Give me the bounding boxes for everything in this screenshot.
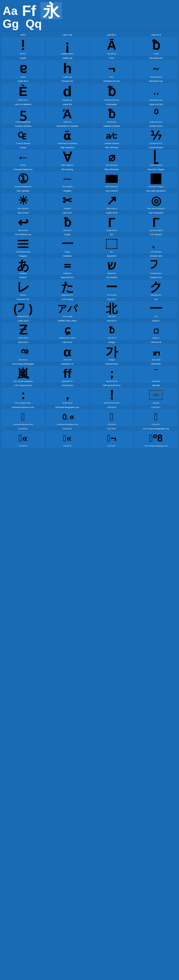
- label-jamo-ext-b: Jamo Ext B: [134, 340, 178, 344]
- char-grid-row13: Ƶ Cyrillic Ext B ɕ Modifier Tone Letters…: [0, 322, 179, 340]
- section-labels-10: Hiragana Katakana Bopomofo Compat Jamo: [0, 254, 179, 258]
- char-glyph: ƀ: [108, 84, 116, 99]
- char-glyph: OBJ: [149, 388, 163, 401]
- char-glyph: !: [21, 38, 25, 52]
- label-latin-ext-c: Latin Ext C: [45, 211, 90, 215]
- char-cell-wave: ～ Diacriticals Ext: [134, 60, 178, 80]
- label-arme: Arme: [90, 57, 134, 60]
- char-glyph: ɐ: [19, 61, 27, 76]
- label-cjk-ext-e: CJK Ext E: [45, 427, 90, 430]
- label-katakana-ext: Katakana Ext: [134, 276, 178, 279]
- char-cell-ext-c: 𪜀 CJK Ext C: [134, 409, 178, 427]
- char-label: Block Elements: [105, 186, 118, 188]
- label-punctuation: Punctuation: [90, 103, 134, 106]
- section-labels-13: Cyrillic Ext B Modifier Tone Letters Lat…: [0, 319, 179, 322]
- label-enclosed-alphanum-sup: Enclosed Alphanum Sup: [1, 406, 45, 409]
- char-cell-kayah: ꤀ Kayah Li: [134, 322, 178, 340]
- char-glyph: ＝: [62, 259, 73, 272]
- label-cjk-strokes: CJK Strokes: [90, 276, 134, 279]
- char-cell-latin-d: ƀ Latin Ext D: [90, 322, 134, 340]
- char-glyph: ¡: [65, 38, 70, 52]
- char-glyph: ；: [106, 367, 117, 380]
- label-sup-arrows-b: Sup Arrows B: [90, 189, 134, 192]
- char-cell-alpha-diacritic: α̈ Diacriticals For Symbols: [45, 128, 90, 146]
- char-glyph: 𠄀: [21, 410, 25, 423]
- char-label: CJK Compat Ideographs Sup: [144, 445, 168, 447]
- label-cjk-ext-c: CJK Ext C: [134, 406, 178, 409]
- char-grid-row5: ← Arrows ∀ Math Operators ⌀ Misc Technic…: [0, 149, 179, 167]
- label-dingbats: Dingbats: [45, 189, 90, 192]
- char-glyph: ƀ: [109, 324, 115, 336]
- label-cjk-radicals: CJK Radicals Sup: [1, 233, 45, 236]
- char-glyph: Г: [152, 216, 160, 229]
- char-glyph: ƽ: [19, 108, 27, 121]
- char-glyph: ᄀ: [150, 259, 162, 272]
- label-enclosed-alphanum: Enclosed Alphanums: [1, 168, 45, 171]
- label-letterlike: Letterlike Symbols: [90, 124, 134, 128]
- char-cell-ff-ligature: ff Alphabetic TF: [45, 366, 90, 383]
- char-label: Cyrillic Ext C: [18, 99, 28, 101]
- char-cell-colon-full: ： CJK Compat Forms: [1, 387, 45, 405]
- char-cell-misc-tech: ⌀ Misc Technical: [90, 149, 134, 167]
- char-cell-currency: ₠ Currency Symbols: [1, 128, 45, 146]
- sample-ff: Ff: [22, 3, 36, 18]
- char-label: Misc Symbols: [18, 207, 29, 210]
- char-grid-row2: È Cyrillic Ext C d Phonetic Ext ƀ Phonet…: [0, 83, 179, 102]
- char-cell-ext-e2: 𫠝« CJK Ext E: [45, 430, 90, 448]
- label-kangxi: Kangxi: [45, 233, 90, 236]
- char-glyph: 一: [62, 238, 73, 250]
- char-label: Phonetic Ext: [62, 99, 72, 101]
- char-cell-scissors: ✂ Dingbats: [45, 192, 90, 211]
- char-label: Jamo Ext A: [19, 359, 27, 361]
- char-glyph: ，: [62, 388, 73, 401]
- char-cell-box-draw: ─ Box Drawing: [45, 171, 90, 189]
- char-label: Number Forms: [150, 142, 162, 145]
- char-grid-row0: ! IPA Ext ¡ Modifier Letters Ā Diacritic…: [0, 37, 179, 56]
- char-cell-ext-b2: 𠀀 CJK Ext B: [90, 409, 134, 427]
- char-cell-arrow-bent: ↩ Misc Arrows: [1, 215, 45, 233]
- char-label: Currency Symbols: [16, 142, 30, 145]
- char-glyph: 가: [105, 345, 118, 358]
- char-grid-row16: ： CJK Compat Forms ， Small Forms ！ Half …: [0, 387, 179, 405]
- char-cell-sup-punct: Г Sup Punctuation: [134, 215, 178, 233]
- char-glyph: 𠀀: [110, 410, 113, 423]
- section-labels-1: Cyrillic Cyrillic Sup Arme Diacriticals …: [0, 56, 179, 60]
- char-grid-row1: ɐ Cyrillic h Cyrillic Sup ¬ Arme ～ Diacr…: [0, 60, 179, 80]
- char-grid-row9: CJK Radicals Sup 一 Kangxi IDC 、 CJK Symb…: [0, 236, 179, 254]
- char-glyph: ↗: [106, 194, 117, 207]
- char-label: Misc Math Symbols B: [147, 207, 165, 210]
- header: Aa Ff 永 Gg Qq: [0, 0, 179, 31]
- char-cell-jamo-ext-b2: ᆰ Jamo Ext B: [134, 344, 178, 362]
- char-label: Modifier Tone Letters: [59, 337, 76, 339]
- label-diacriticals-sup: Diacriticals Sup: [134, 80, 178, 83]
- label-hiragana: Hiragana: [1, 255, 45, 258]
- char-label: Cyrillic Ext B: [107, 229, 117, 232]
- label-diacriticals-for-symbols: Diacriticals For Symbols: [45, 124, 90, 128]
- label-geometric: Geometric Shapes: [134, 168, 178, 171]
- char-glyph: Ƶ: [19, 324, 27, 336]
- char-label: Specials: [153, 402, 159, 404]
- section-labels-4: Currency Symbols Diacriticals For Symbol…: [0, 124, 179, 128]
- char-label: CJK Symbols: [150, 251, 161, 253]
- char-label: CJK Ext F: [108, 445, 116, 447]
- label-number-forms: Number Forms: [134, 124, 178, 128]
- sample-aa: Aa: [3, 5, 18, 16]
- char-label: Diacriticals Sup: [150, 99, 162, 101]
- char-glyph: 𪛑⁰8: [149, 432, 163, 444]
- char-grid-row8: ↩ Misc Arrows ƀ Latin Ext C Г Cyrillic E…: [0, 215, 179, 233]
- char-cell-ext-f2: 𫜴¬ CJK Ext F: [90, 430, 134, 448]
- label-enclosed-ideo-sup: Enclosed Ideographic Sup: [45, 406, 90, 409]
- sample-row-1: Aa Ff 永: [3, 2, 176, 19]
- copyright-bar: [0, 31, 179, 33]
- label-cjk-compat: CJK Compat: [45, 298, 90, 301]
- section-labels-17: Enclosed Alphanum Sup Enclosed Ideograph…: [0, 405, 179, 409]
- section-labels-5: Arrows Math Operators Misc Technical Con…: [0, 146, 179, 149]
- char-label: Katakana: [64, 272, 71, 275]
- svg-rect-2: [18, 243, 29, 245]
- char-cell-cyrillic-ext-b3: Г Cyrillic Ext B: [90, 215, 134, 233]
- char-label: Kangxi: [65, 251, 70, 253]
- char-label: Greek: [153, 53, 158, 55]
- svg-rect-1: [18, 240, 29, 241]
- label-misc-math-b: Misc Math Symbols B: [134, 189, 178, 192]
- section-labels-16: CJK Compat Forms Small Forms Half And Fu…: [0, 383, 179, 387]
